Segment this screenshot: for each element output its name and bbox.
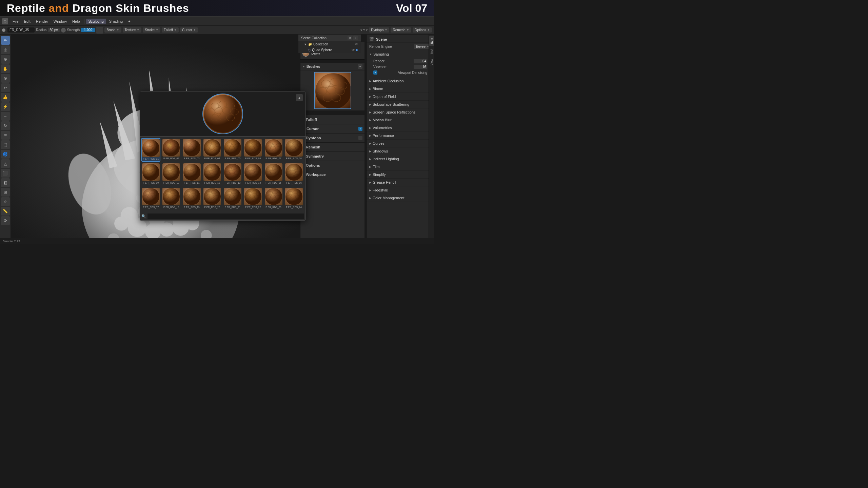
tool-grab[interactable]: ✋: [1, 64, 10, 73]
eye-icon-2[interactable]: 👁: [352, 48, 355, 52]
brush-item-2[interactable]: F ER_RDS_02: [162, 138, 181, 162]
menu-window[interactable]: Window: [51, 19, 69, 24]
dyntopo-checkbox[interactable]: [358, 136, 362, 140]
quad-sphere-item[interactable]: ⬡ Quad Sphere 👁 ◆: [298, 47, 361, 53]
cursor-checkbox[interactable]: ✓: [358, 127, 362, 131]
simplify-header[interactable]: ▶ Simplify: [369, 171, 431, 178]
brush-item-21[interactable]: F ER_RDS_21: [223, 187, 242, 210]
brush-item-13[interactable]: F ER_RDS_13: [223, 162, 242, 186]
brush-item-16[interactable]: F ER_RDS_16: [284, 162, 303, 186]
eye-icon[interactable]: 👁: [355, 42, 358, 46]
bloom-header[interactable]: ▶ Bloom: [369, 86, 431, 92]
tool-annotate[interactable]: 🖊: [1, 197, 10, 206]
brush-item-7[interactable]: F ER_RDS_07: [264, 138, 283, 162]
mode-add[interactable]: +: [126, 19, 133, 24]
brush-item-23[interactable]: F ER_RDS_23: [264, 187, 283, 210]
brush-item-10[interactable]: F ER_RDS_10: [162, 162, 181, 186]
tool-thumb[interactable]: 👍: [1, 93, 10, 102]
gp-header[interactable]: ▶ Grease Pencil: [369, 179, 431, 185]
add-hierarchy-icon[interactable]: +: [353, 36, 358, 40]
blender-icon[interactable]: ⬡: [2, 18, 8, 24]
tool-multires-d[interactable]: ⊞: [1, 188, 10, 197]
sampling-header[interactable]: ▼ Sampling: [369, 51, 431, 57]
collection-item[interactable]: ▼ 📁 Collection 👁: [298, 41, 361, 47]
add-strength-icon[interactable]: +: [96, 27, 103, 34]
menu-help[interactable]: Help: [70, 19, 82, 24]
falloff-dropdown[interactable]: Falloff ▼: [162, 27, 179, 33]
tool-draw-face-sets[interactable]: ◧: [1, 178, 10, 187]
brush-item-12[interactable]: F ER_RDS_12: [203, 162, 222, 186]
dof-header[interactable]: ▶ Depth of Field: [369, 94, 431, 100]
tool-measure[interactable]: 📏: [1, 207, 10, 216]
tool-elastic[interactable]: ⊗: [1, 74, 10, 83]
brush-item-18[interactable]: F ER_RDS_18: [162, 187, 181, 210]
vtab-tool[interactable]: Tool: [429, 47, 434, 57]
brush-item-6[interactable]: F ER_RDS_06: [243, 138, 262, 162]
brush-item-8[interactable]: F ER_RDS_08: [284, 138, 303, 162]
brush-item-1[interactable]: F ER_RDS_01: [141, 138, 160, 162]
tool-slide-relax[interactable]: ≋: [1, 131, 10, 140]
brush-item-15[interactable]: F ER_RDS_15: [264, 162, 283, 186]
pin-icon[interactable]: ◆: [356, 48, 358, 52]
tool-mask[interactable]: ⬛: [1, 169, 10, 178]
mode-shading[interactable]: Shading: [107, 19, 125, 24]
brush-color-swatch[interactable]: [2, 28, 5, 32]
perf-header[interactable]: ▶ Performance: [369, 133, 431, 139]
brush-name[interactable]: ER_RDS_35: [7, 27, 35, 33]
menu-file[interactable]: File: [10, 19, 21, 24]
tool-boundary[interactable]: ⬚: [1, 140, 10, 149]
strength-value[interactable]: 1.000: [81, 28, 95, 32]
curves-header[interactable]: ▶ Curves: [369, 140, 431, 146]
render-samples-input[interactable]: [414, 59, 427, 63]
brush-item-17[interactable]: F ER_RDS_17: [141, 187, 160, 210]
brush-item-4[interactable]: F ER_RDS_04: [203, 138, 222, 162]
cursor-dropdown[interactable]: Cursor ▼: [180, 27, 198, 33]
brush-item-19[interactable]: F ER_RDS_19: [182, 187, 201, 210]
brush-item-14[interactable]: F ER_RDS_14: [243, 162, 262, 186]
ao-header[interactable]: ▶ Ambient Occlusion: [369, 78, 431, 84]
tool-pose[interactable]: ⚡: [1, 102, 10, 111]
brush-dropdown[interactable]: Brush ▼: [104, 27, 121, 33]
dyntopo-dropdown[interactable]: Dyntopo ▼: [369, 27, 389, 33]
freestyle-header[interactable]: ▶ Freestyle: [369, 187, 431, 193]
brush-search-input[interactable]: [147, 214, 304, 219]
brush-item-3[interactable]: F ER_RDS_03: [182, 138, 201, 162]
vtab-view[interactable]: View: [429, 57, 434, 67]
filter-icon[interactable]: ⚙: [348, 36, 352, 40]
brush-item-24[interactable]: F ER_RDS_24: [284, 187, 303, 210]
shadows-header[interactable]: ▶ Shadows: [369, 148, 431, 154]
viewport-samples-input[interactable]: [414, 65, 427, 69]
il-header[interactable]: ▶ Indirect Lighting: [369, 156, 431, 162]
stroke-dropdown[interactable]: Stroke ▼: [143, 27, 160, 33]
denoising-checkbox[interactable]: ✓: [373, 70, 377, 75]
tool-rotate[interactable]: ↻: [1, 121, 10, 130]
tool-nudge[interactable]: →: [1, 112, 10, 121]
sss-header[interactable]: ▶ Subsurface Scattering: [369, 101, 431, 107]
brush-item-5[interactable]: F ER_RDS_05: [223, 138, 242, 162]
mb-header[interactable]: ▶ Motion Blur: [369, 117, 431, 123]
tool-draw[interactable]: ✏: [1, 36, 10, 45]
ssr-header[interactable]: ▶ Screen Space Reflections: [369, 109, 431, 115]
tool-simplify[interactable]: △: [1, 159, 10, 168]
menu-render[interactable]: Render: [34, 19, 51, 24]
tool-pinch[interactable]: ⊕: [1, 55, 10, 64]
film-header[interactable]: ▶ Film: [369, 164, 431, 170]
new-brush-icon[interactable]: +: [358, 64, 362, 69]
remesh-dropdown[interactable]: Remesh ▼: [391, 27, 411, 33]
tool-smooth[interactable]: ◎: [1, 45, 10, 54]
brush-scroll-up[interactable]: ▲: [296, 94, 303, 101]
radius-value[interactable]: 50 px: [48, 28, 59, 32]
brush-item-9[interactable]: F ER_RDS_09: [141, 162, 160, 186]
tool-cloth[interactable]: 🌀: [1, 150, 10, 159]
brush-item-22[interactable]: F ER_RDS_22: [243, 187, 262, 210]
cm-header[interactable]: ▶ Color Management: [369, 195, 431, 201]
vol-header[interactable]: ▶ Volumetrics: [369, 125, 431, 131]
tool-snake-hook[interactable]: ↩: [1, 83, 10, 92]
menu-edit[interactable]: Edit: [22, 19, 33, 24]
tool-transform[interactable]: ⟳: [1, 216, 10, 225]
texture-dropdown[interactable]: Texture ▼: [123, 27, 142, 33]
mode-sculpting[interactable]: Sculpting: [86, 19, 106, 24]
brush-item-11[interactable]: F ER_RDS_11: [182, 162, 201, 186]
options-dropdown[interactable]: Options ▼: [413, 27, 432, 33]
vtab-item[interactable]: Item: [429, 36, 434, 46]
